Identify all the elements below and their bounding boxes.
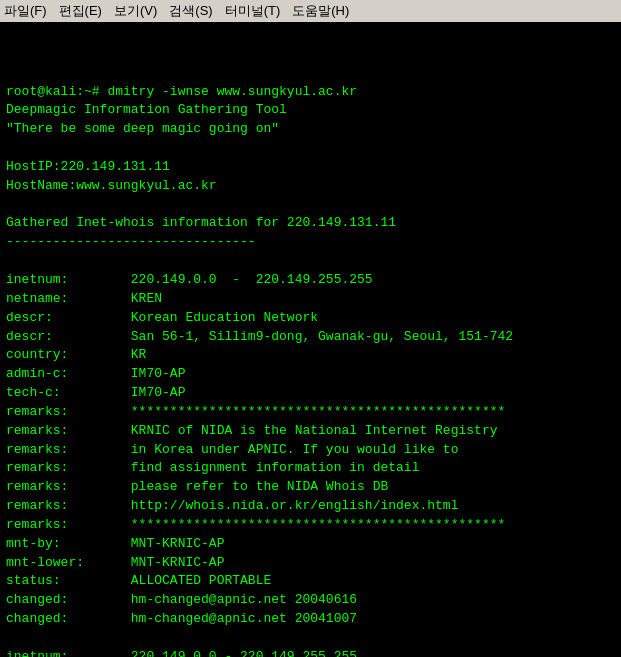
menu-item[interactable]: 파일(F) <box>4 2 47 20</box>
output-line: remarks: http://whois.nida.or.kr/english… <box>6 497 615 516</box>
output-line: mnt-by: MNT-KRNIC-AP <box>6 535 615 554</box>
output-line: remarks: find assignment information in … <box>6 459 615 478</box>
menu-item[interactable]: 편집(E) <box>59 2 102 20</box>
output-line <box>6 629 615 648</box>
output-line: remarks: *******************************… <box>6 403 615 422</box>
output-line <box>6 139 615 158</box>
output-line: descr: Korean Education Network <box>6 309 615 328</box>
output-line: tech-c: IM70-AP <box>6 384 615 403</box>
output-line: -------------------------------- <box>6 233 615 252</box>
output-line: HostName:www.sungkyul.ac.kr <box>6 177 615 196</box>
output-line: inetnum: 220.149.0.0 - 220.149.255.255 <box>6 271 615 290</box>
output-line: descr: San 56-1, Sillim9-dong, Gwanak-gu… <box>6 328 615 347</box>
output-line: HostIP:220.149.131.11 <box>6 158 615 177</box>
output-line: Deepmagic Information Gathering Tool <box>6 101 615 120</box>
output-line: Gathered Inet-whois information for 220.… <box>6 214 615 233</box>
output-line: "There be some deep magic going on" <box>6 120 615 139</box>
output-line: inetnum: 220.149.0.0 - 220.149.255.255 <box>6 648 615 657</box>
menu-item[interactable]: 검색(S) <box>169 2 212 20</box>
output-line: admin-c: IM70-AP <box>6 365 615 384</box>
output-line: remarks: in Korea under APNIC. If you wo… <box>6 441 615 460</box>
output-line <box>6 252 615 271</box>
menu-item[interactable]: 보기(V) <box>114 2 157 20</box>
menu-item[interactable]: 도움말(H) <box>292 2 349 20</box>
output-line: status: ALLOCATED PORTABLE <box>6 572 615 591</box>
menu-bar[interactable]: 파일(F)편집(E)보기(V)검색(S)터미널(T)도움말(H) <box>0 0 621 22</box>
output-line: country: KR <box>6 346 615 365</box>
menu-item[interactable]: 터미널(T) <box>225 2 281 20</box>
output-line <box>6 196 615 215</box>
output-line: remarks: KRNIC of NIDA is the National I… <box>6 422 615 441</box>
output-line: remarks: please refer to the NIDA Whois … <box>6 478 615 497</box>
output-line: remarks: *******************************… <box>6 516 615 535</box>
output-line: netname: KREN <box>6 290 615 309</box>
output-line: changed: hm-changed@apnic.net 20041007 <box>6 610 615 629</box>
output-line: mnt-lower: MNT-KRNIC-AP <box>6 554 615 573</box>
prompt-line: root@kali:~# dmitry -iwnse www.sungkyul.… <box>6 83 615 102</box>
output-line: changed: hm-changed@apnic.net 20040616 <box>6 591 615 610</box>
terminal-content[interactable]: root@kali:~# dmitry -iwnse www.sungkyul.… <box>0 22 621 657</box>
terminal-window: 파일(F)편집(E)보기(V)검색(S)터미널(T)도움말(H) root@ka… <box>0 0 621 657</box>
